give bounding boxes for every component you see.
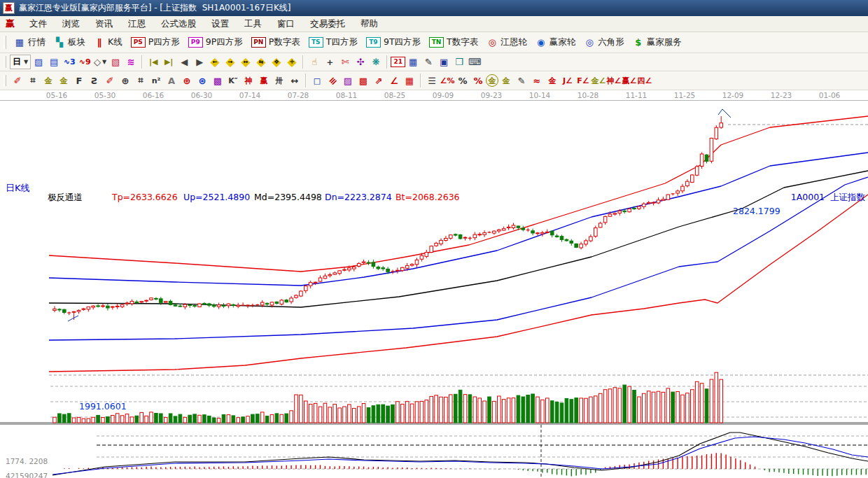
hand-tool[interactable]: ☝ xyxy=(307,55,322,69)
percent-line-tool[interactable]: ∠% xyxy=(440,73,455,87)
gann-wheel-button[interactable]: ◎江恩轮 xyxy=(482,35,531,50)
p-square-button[interactable]: PSP四方形 xyxy=(127,35,184,50)
t9-square-button-icon: T9 xyxy=(366,37,381,48)
menu-item-9[interactable]: 帮助 xyxy=(353,16,386,31)
workstation-icon[interactable]: ⌨ xyxy=(467,55,482,69)
period-day-dropdown[interactable]: 日▼ xyxy=(10,55,31,69)
spiral-tool[interactable]: Ƨ xyxy=(87,73,102,87)
channel-tool[interactable]: ≈ xyxy=(529,73,545,87)
n2-tool[interactable]: n² xyxy=(148,73,164,87)
gann-grid-gold-2[interactable]: 金 xyxy=(56,73,71,87)
info-list-icon[interactable]: ▤ xyxy=(46,55,62,69)
menu-item-7[interactable]: 窗口 xyxy=(270,16,302,31)
winner-service-button[interactable]: $赢家服务 xyxy=(629,35,686,50)
ying-angle-tool[interactable]: 赢∠ xyxy=(622,73,637,87)
eraser-tool[interactable]: ✄ xyxy=(337,55,353,69)
calculator-icon[interactable]: ▦ xyxy=(405,55,421,69)
zigzag-pattern-icon[interactable]: ▨ xyxy=(31,55,46,69)
pattern-select-icon[interactable]: ▧ xyxy=(108,55,123,69)
sectors-button[interactable]: ▚板块 xyxy=(50,35,90,50)
scale-tool[interactable]: ☰ xyxy=(424,73,440,87)
brush-tool[interactable]: ✐ xyxy=(10,73,25,87)
p9-square-button[interactable]: P99P四方形 xyxy=(184,35,247,50)
notes-icon[interactable]: ✎ xyxy=(421,55,436,69)
t-table-button[interactable]: TNT数字表 xyxy=(425,35,482,50)
scroll-left-diamond[interactable]: ◆← xyxy=(207,55,223,69)
gann-tool-purple[interactable]: ✣ xyxy=(353,55,368,69)
wave-9-icon[interactable]: ∿9 xyxy=(77,55,92,69)
table-grid-tool[interactable]: ▦ xyxy=(402,73,417,87)
menu-item-0[interactable]: 文件 xyxy=(22,16,55,31)
expand-all-diamond[interactable]: ◆✥ xyxy=(269,55,284,69)
measure-brush-tool[interactable]: ✐ xyxy=(102,73,118,87)
f-angle-tool[interactable]: F∠ xyxy=(575,73,591,87)
hexagon-button[interactable]: ◎六角形 xyxy=(580,35,629,50)
box-tool[interactable]: ◻ xyxy=(309,73,325,87)
menu-item-6[interactable]: 工具 xyxy=(237,16,270,31)
candle-style-dropdown[interactable]: ◇▼ xyxy=(92,55,108,69)
percent-tool[interactable]: % xyxy=(455,73,470,87)
menu-item-4[interactable]: 公式选股 xyxy=(153,16,204,31)
f-grid-tool[interactable]: F xyxy=(71,73,87,87)
t9-square-button[interactable]: T99T四方形 xyxy=(362,35,425,50)
winner-wheel-button[interactable]: ◉赢家轮 xyxy=(531,35,580,50)
si-angle-tool[interactable]: 四∠ xyxy=(637,73,652,87)
compress-all-diamond[interactable]: ◆✛ xyxy=(284,55,300,69)
shen-grid-tool[interactable]: 神 xyxy=(241,73,256,87)
web-tool[interactable]: ▩ xyxy=(210,73,225,87)
expand-x-diamond[interactable]: ◆↔ xyxy=(238,55,253,69)
menu-item-8[interactable]: 交易委托 xyxy=(302,16,353,31)
quotes-button[interactable]: ▦行情 xyxy=(10,35,50,50)
menu-item-5[interactable]: 设置 xyxy=(204,16,237,31)
network-icon[interactable]: ❒ xyxy=(451,55,467,69)
compress-x-diamond[interactable]: ◆⇆ xyxy=(253,55,269,69)
percent-level-tool[interactable]: % xyxy=(470,73,486,87)
shen-angle-tool[interactable]: 神∠ xyxy=(606,73,622,87)
volume-profile-icon[interactable]: ≋ xyxy=(123,55,139,69)
chart-canvas[interactable]: 05-1605-3006-1606-3007-1407-2808-1108-25… xyxy=(0,90,868,478)
red-crosshair-tool[interactable]: ⊕ xyxy=(179,73,195,87)
menu-item-1[interactable]: 浏览 xyxy=(55,16,88,31)
grid-tool[interactable]: ⌗ xyxy=(25,73,41,87)
k-tool[interactable]: K″ xyxy=(225,73,241,87)
menu-item-2[interactable]: 资讯 xyxy=(88,16,120,31)
first-bar-button[interactable]: |◀ xyxy=(146,55,161,69)
blue-star-tool[interactable]: ⊛ xyxy=(195,73,210,87)
hash-tool[interactable]: ⌗ xyxy=(133,73,148,87)
circle-cross-tool[interactable]: ⊕ xyxy=(118,73,133,87)
knot-icon[interactable]: ❋ xyxy=(368,55,384,69)
arrows-tool[interactable]: ⇗ xyxy=(371,73,386,87)
t-square-button-label: T四方形 xyxy=(326,36,358,48)
ruler-123-tool[interactable]: 卅 xyxy=(272,73,287,87)
crosshair-tool[interactable]: ＋ xyxy=(322,55,337,69)
save-icon[interactable]: ▣ xyxy=(436,55,451,69)
menu-item-3[interactable]: 江恩 xyxy=(120,16,153,31)
p-table-button[interactable]: PNP数字表 xyxy=(247,35,304,50)
zigzag-tool[interactable]: ∠ xyxy=(386,73,402,87)
scroll-right-diamond[interactable]: ◆→ xyxy=(223,55,238,69)
kline-chart-svg[interactable]: 05-1605-3006-1606-3007-1407-2808-1108-25… xyxy=(0,90,868,478)
winner-service-button-label: 赢家服务 xyxy=(647,36,682,48)
gann-grid-gold-1[interactable]: 金 xyxy=(41,73,56,87)
gold-red-tool[interactable]: 金 xyxy=(545,73,560,87)
j-angle-tool[interactable]: J∠ xyxy=(560,73,575,87)
prev-bar-button[interactable]: ◀ xyxy=(176,55,192,69)
menu-bar: 赢 文件浏览资讯江恩公式选股设置工具窗口交易委托帮助 xyxy=(0,16,868,32)
calendar-icon[interactable]: 21 xyxy=(391,57,405,67)
next-bar-button[interactable]: ▶ xyxy=(192,55,207,69)
last-bar-button[interactable]: ▶| xyxy=(161,55,176,69)
t-square-button[interactable]: TST四方形 xyxy=(304,35,362,50)
ying-grid-tool[interactable]: 赢 xyxy=(256,73,272,87)
wave-3-icon[interactable]: ∿3 xyxy=(62,55,77,69)
pen-line-tool[interactable]: ✎ xyxy=(514,73,529,87)
gold-lines-tool[interactable]: 金 xyxy=(498,73,514,87)
kline-button[interactable]: ∥K线 xyxy=(90,35,127,50)
fan-tool[interactable]: ≡ xyxy=(325,73,340,87)
symbol-label: 1A0001 上证指数 xyxy=(791,192,865,204)
mirror-tool[interactable]: A xyxy=(164,73,179,87)
gold-circle-tool[interactable]: 金 xyxy=(486,74,498,87)
width-tool[interactable]: ↔ xyxy=(287,73,302,87)
gold-angle-tool[interactable]: 金∠ xyxy=(591,73,606,87)
fan-box-tool[interactable]: ▨ xyxy=(340,73,356,87)
web-box-tool[interactable]: ▩ xyxy=(356,73,371,87)
